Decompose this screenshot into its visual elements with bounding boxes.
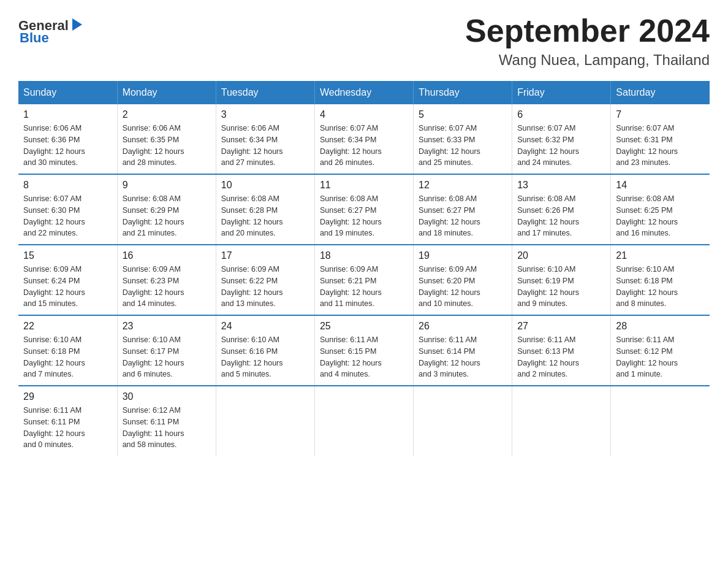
table-row: 17 Sunrise: 6:09 AMSunset: 6:22 PMDaylig… <box>216 245 314 315</box>
table-row: 3 Sunrise: 6:06 AMSunset: 6:34 PMDayligh… <box>216 104 314 174</box>
day-info: Sunrise: 6:08 AMSunset: 6:27 PMDaylight:… <box>320 193 408 239</box>
header-friday: Friday <box>512 81 611 104</box>
table-row: 22 Sunrise: 6:10 AMSunset: 6:18 PMDaylig… <box>18 315 117 386</box>
table-row: 12 Sunrise: 6:08 AMSunset: 6:27 PMDaylig… <box>414 174 512 245</box>
day-number: 7 <box>616 109 705 120</box>
day-number: 29 <box>23 391 112 402</box>
table-row: 1 Sunrise: 6:06 AMSunset: 6:36 PMDayligh… <box>18 104 117 174</box>
calendar-table: Sunday Monday Tuesday Wednesday Thursday… <box>18 81 710 456</box>
day-info: Sunrise: 6:06 AMSunset: 6:35 PMDaylight:… <box>123 123 211 169</box>
day-number: 10 <box>221 180 309 191</box>
table-row: 14 Sunrise: 6:08 AMSunset: 6:25 PMDaylig… <box>611 174 710 245</box>
day-info: Sunrise: 6:11 AMSunset: 6:12 PMDaylight:… <box>616 334 705 380</box>
day-info: Sunrise: 6:07 AMSunset: 6:34 PMDaylight:… <box>320 123 408 169</box>
header-saturday: Saturday <box>611 81 710 104</box>
day-info: Sunrise: 6:06 AMSunset: 6:34 PMDaylight:… <box>221 123 309 169</box>
day-info: Sunrise: 6:10 AMSunset: 6:16 PMDaylight:… <box>221 334 309 380</box>
svg-marker-0 <box>72 18 82 31</box>
day-number: 30 <box>123 391 211 402</box>
table-row: 21 Sunrise: 6:10 AMSunset: 6:18 PMDaylig… <box>611 245 710 315</box>
day-number: 23 <box>123 321 211 332</box>
day-number: 27 <box>517 321 605 332</box>
page-subtitle: Wang Nuea, Lampang, Thailand <box>465 52 710 69</box>
day-info: Sunrise: 6:10 AMSunset: 6:18 PMDaylight:… <box>616 264 705 310</box>
page-header: General Blue September 2024 Wang Nuea, L… <box>18 12 710 69</box>
day-number: 15 <box>23 250 112 261</box>
table-row: 24 Sunrise: 6:10 AMSunset: 6:16 PMDaylig… <box>216 315 314 386</box>
day-info: Sunrise: 6:10 AMSunset: 6:19 PMDaylight:… <box>517 264 605 310</box>
table-row: 2 Sunrise: 6:06 AMSunset: 6:35 PMDayligh… <box>117 104 216 174</box>
day-number: 8 <box>23 180 112 191</box>
day-info: Sunrise: 6:07 AMSunset: 6:30 PMDaylight:… <box>23 193 112 239</box>
table-row: 28 Sunrise: 6:11 AMSunset: 6:12 PMDaylig… <box>611 315 710 386</box>
day-info: Sunrise: 6:07 AMSunset: 6:33 PMDaylight:… <box>419 123 507 169</box>
table-row <box>611 386 710 456</box>
calendar-week-row: 22 Sunrise: 6:10 AMSunset: 6:18 PMDaylig… <box>18 315 710 386</box>
header-tuesday: Tuesday <box>216 81 314 104</box>
day-number: 11 <box>320 180 408 191</box>
day-number: 25 <box>320 321 408 332</box>
logo-triangle-icon <box>70 17 84 33</box>
day-info: Sunrise: 6:09 AMSunset: 6:23 PMDaylight:… <box>123 264 211 310</box>
table-row: 8 Sunrise: 6:07 AMSunset: 6:30 PMDayligh… <box>18 174 117 245</box>
table-row <box>414 386 512 456</box>
day-info: Sunrise: 6:08 AMSunset: 6:29 PMDaylight:… <box>123 193 211 239</box>
table-row: 20 Sunrise: 6:10 AMSunset: 6:19 PMDaylig… <box>512 245 611 315</box>
day-info: Sunrise: 6:12 AMSunset: 6:11 PMDaylight:… <box>123 405 211 451</box>
table-row: 29 Sunrise: 6:11 AMSunset: 6:11 PMDaylig… <box>18 386 117 456</box>
day-info: Sunrise: 6:08 AMSunset: 6:27 PMDaylight:… <box>419 193 507 239</box>
day-info: Sunrise: 6:11 AMSunset: 6:13 PMDaylight:… <box>517 334 605 380</box>
day-info: Sunrise: 6:11 AMSunset: 6:14 PMDaylight:… <box>419 334 507 380</box>
table-row: 15 Sunrise: 6:09 AMSunset: 6:24 PMDaylig… <box>18 245 117 315</box>
day-number: 19 <box>419 250 507 261</box>
day-number: 14 <box>616 180 705 191</box>
table-row: 7 Sunrise: 6:07 AMSunset: 6:31 PMDayligh… <box>611 104 710 174</box>
table-row: 5 Sunrise: 6:07 AMSunset: 6:33 PMDayligh… <box>414 104 512 174</box>
day-number: 21 <box>616 250 705 261</box>
day-number: 4 <box>320 109 408 120</box>
table-row: 25 Sunrise: 6:11 AMSunset: 6:15 PMDaylig… <box>314 315 413 386</box>
day-number: 26 <box>419 321 507 332</box>
calendar-header-row: Sunday Monday Tuesday Wednesday Thursday… <box>18 81 710 104</box>
day-info: Sunrise: 6:10 AMSunset: 6:17 PMDaylight:… <box>123 334 211 380</box>
table-row: 9 Sunrise: 6:08 AMSunset: 6:29 PMDayligh… <box>117 174 216 245</box>
day-info: Sunrise: 6:10 AMSunset: 6:18 PMDaylight:… <box>23 334 112 380</box>
day-info: Sunrise: 6:08 AMSunset: 6:25 PMDaylight:… <box>616 193 705 239</box>
day-info: Sunrise: 6:09 AMSunset: 6:20 PMDaylight:… <box>419 264 507 310</box>
day-number: 18 <box>320 250 408 261</box>
title-area: September 2024 Wang Nuea, Lampang, Thail… <box>465 12 710 69</box>
day-number: 24 <box>221 321 309 332</box>
day-number: 9 <box>123 180 211 191</box>
day-info: Sunrise: 6:07 AMSunset: 6:32 PMDaylight:… <box>517 123 605 169</box>
day-info: Sunrise: 6:09 AMSunset: 6:21 PMDaylight:… <box>320 264 408 310</box>
calendar-week-row: 8 Sunrise: 6:07 AMSunset: 6:30 PMDayligh… <box>18 174 710 245</box>
day-info: Sunrise: 6:09 AMSunset: 6:24 PMDaylight:… <box>23 264 112 310</box>
day-number: 3 <box>221 109 309 120</box>
logo-blue: Blue <box>20 30 49 45</box>
header-wednesday: Wednesday <box>314 81 413 104</box>
day-number: 12 <box>419 180 507 191</box>
calendar-week-row: 1 Sunrise: 6:06 AMSunset: 6:36 PMDayligh… <box>18 104 710 174</box>
day-number: 1 <box>23 109 112 120</box>
page-title: September 2024 <box>465 12 710 49</box>
day-info: Sunrise: 6:08 AMSunset: 6:28 PMDaylight:… <box>221 193 309 239</box>
table-row <box>314 386 413 456</box>
day-info: Sunrise: 6:09 AMSunset: 6:22 PMDaylight:… <box>221 264 309 310</box>
table-row: 19 Sunrise: 6:09 AMSunset: 6:20 PMDaylig… <box>414 245 512 315</box>
day-number: 6 <box>517 109 605 120</box>
day-info: Sunrise: 6:11 AMSunset: 6:15 PMDaylight:… <box>320 334 408 380</box>
day-number: 16 <box>123 250 211 261</box>
table-row: 10 Sunrise: 6:08 AMSunset: 6:28 PMDaylig… <box>216 174 314 245</box>
table-row: 16 Sunrise: 6:09 AMSunset: 6:23 PMDaylig… <box>117 245 216 315</box>
calendar-week-row: 29 Sunrise: 6:11 AMSunset: 6:11 PMDaylig… <box>18 386 710 456</box>
day-number: 5 <box>419 109 507 120</box>
header-thursday: Thursday <box>414 81 512 104</box>
header-monday: Monday <box>117 81 216 104</box>
table-row: 4 Sunrise: 6:07 AMSunset: 6:34 PMDayligh… <box>314 104 413 174</box>
table-row <box>512 386 611 456</box>
day-info: Sunrise: 6:08 AMSunset: 6:26 PMDaylight:… <box>517 193 605 239</box>
day-info: Sunrise: 6:06 AMSunset: 6:36 PMDaylight:… <box>23 123 112 169</box>
table-row: 27 Sunrise: 6:11 AMSunset: 6:13 PMDaylig… <box>512 315 611 386</box>
calendar-week-row: 15 Sunrise: 6:09 AMSunset: 6:24 PMDaylig… <box>18 245 710 315</box>
logo: General Blue <box>18 18 84 45</box>
